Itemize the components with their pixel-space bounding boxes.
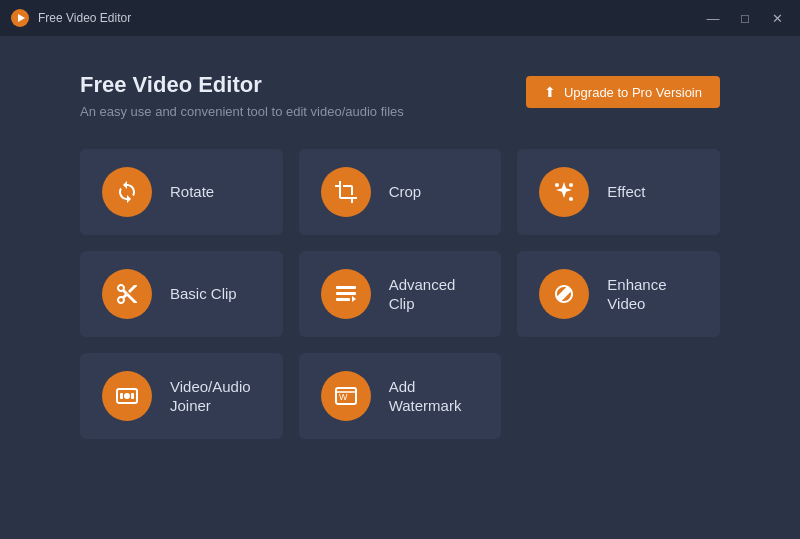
title-bar: Free Video Editor — □ ✕: [0, 0, 800, 36]
rotate-icon: [115, 180, 139, 204]
minimize-button[interactable]: —: [700, 8, 726, 28]
upgrade-label: Upgrade to Pro Versioin: [564, 85, 702, 100]
upgrade-button[interactable]: ⬆ Upgrade to Pro Versioin: [526, 76, 720, 108]
tool-card-video-audio-joiner[interactable]: Video/Audio Joiner: [80, 353, 283, 439]
video-audio-joiner-label: Video/Audio Joiner: [170, 377, 251, 416]
upgrade-icon: ⬆: [544, 84, 556, 100]
page-header: Free Video Editor An easy use and conven…: [80, 72, 720, 119]
tool-card-advanced-clip[interactable]: Advanced Clip: [299, 251, 502, 337]
svg-rect-12: [131, 393, 134, 399]
advanced-clip-icon-wrap: [321, 269, 371, 319]
basic-clip-icon-wrap: [102, 269, 152, 319]
advanced-clip-label: Advanced Clip: [389, 275, 480, 314]
svg-point-2: [555, 183, 559, 187]
title-bar-title: Free Video Editor: [38, 11, 131, 25]
svg-point-10: [124, 393, 130, 399]
joiner-icon-wrap: [102, 371, 152, 421]
add-watermark-label: Add Watermark: [389, 377, 462, 416]
maximize-button[interactable]: □: [732, 8, 758, 28]
joiner-icon: [115, 384, 139, 408]
rotate-icon-wrap: [102, 167, 152, 217]
svg-rect-6: [336, 292, 356, 295]
close-button[interactable]: ✕: [764, 8, 790, 28]
crop-icon: [334, 180, 358, 204]
title-bar-controls: — □ ✕: [700, 8, 790, 28]
tool-card-add-watermark[interactable]: W Add Watermark: [299, 353, 502, 439]
svg-point-4: [569, 197, 573, 201]
tools-grid: Rotate Crop Effect: [80, 149, 720, 439]
svg-rect-5: [336, 286, 356, 289]
crop-icon-wrap: [321, 167, 371, 217]
app-logo-icon: [10, 8, 30, 28]
effect-label: Effect: [607, 182, 645, 202]
tool-card-rotate[interactable]: Rotate: [80, 149, 283, 235]
title-bar-left: Free Video Editor: [10, 8, 131, 28]
enhance-video-icon-wrap: [539, 269, 589, 319]
header-text: Free Video Editor An easy use and conven…: [80, 72, 404, 119]
watermark-icon-wrap: W: [321, 371, 371, 421]
svg-rect-11: [120, 393, 123, 399]
enhance-icon: [552, 282, 576, 306]
tool-card-enhance-video[interactable]: Enhance Video: [517, 251, 720, 337]
rotate-label: Rotate: [170, 182, 214, 202]
watermark-icon: W: [334, 384, 358, 408]
tool-card-basic-clip[interactable]: Basic Clip: [80, 251, 283, 337]
tool-card-effect[interactable]: Effect: [517, 149, 720, 235]
scissors-icon: [115, 282, 139, 306]
crop-label: Crop: [389, 182, 422, 202]
svg-rect-7: [336, 298, 350, 301]
main-content: Free Video Editor An easy use and conven…: [0, 36, 800, 469]
effect-icon-wrap: [539, 167, 589, 217]
svg-point-3: [569, 183, 573, 187]
page-title: Free Video Editor: [80, 72, 404, 98]
page-subtitle: An easy use and convenient tool to edit …: [80, 104, 404, 119]
svg-marker-8: [352, 296, 356, 302]
svg-text:W: W: [339, 392, 348, 402]
enhance-video-label: Enhance Video: [607, 275, 666, 314]
effect-icon: [552, 180, 576, 204]
tool-card-crop[interactable]: Crop: [299, 149, 502, 235]
advanced-clip-icon: [334, 282, 358, 306]
basic-clip-label: Basic Clip: [170, 284, 237, 304]
